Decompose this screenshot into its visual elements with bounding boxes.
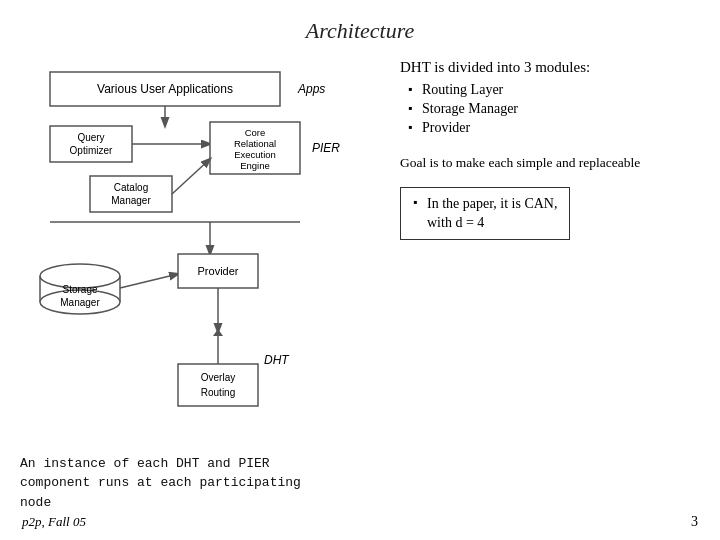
various-user-apps-label: Various User Applications xyxy=(97,82,233,96)
query-optimizer-label: Query xyxy=(77,132,104,143)
architecture-diagram: Various User Applications Apps Query Opt… xyxy=(20,54,390,434)
core-relational-label4: Engine xyxy=(240,160,270,171)
dht-title: DHT is divided into 3 modules: xyxy=(400,59,700,76)
goal-text: Goal is to make each simple and replacea… xyxy=(400,154,700,173)
pier-label: PIER xyxy=(312,141,340,155)
provider-label: Provider xyxy=(198,265,239,277)
page-title: Architecture xyxy=(0,18,720,44)
bullet-storage-manager: Storage Manager xyxy=(408,101,700,117)
bottom-instance-text: An instance of each DHT and PIER compone… xyxy=(20,454,301,513)
svg-marker-17 xyxy=(213,329,223,336)
storage-manager-label2: Manager xyxy=(60,297,100,308)
query-optimizer-label2: Optimizer xyxy=(70,145,113,156)
svg-rect-18 xyxy=(178,364,258,406)
bullet-provider: Provider xyxy=(408,120,700,136)
svg-line-13 xyxy=(120,274,178,288)
can-box: In the paper, it is CAN,with d = 4 xyxy=(400,187,570,240)
diagram-svg: Various User Applications Apps Query Opt… xyxy=(20,54,390,444)
dht-label: DHT xyxy=(264,353,290,367)
bullet-list: Routing Layer Storage Manager Provider xyxy=(408,82,700,136)
catalog-manager-label: Catalog xyxy=(114,182,148,193)
page-number: 3 xyxy=(691,514,698,530)
core-relational-label2: Relational xyxy=(234,138,276,149)
footnote: p2p, Fall 05 xyxy=(22,514,86,530)
svg-line-6 xyxy=(172,159,210,194)
core-relational-label3: Execution xyxy=(234,149,276,160)
right-text-panel: DHT is divided into 3 modules: Routing L… xyxy=(390,54,700,434)
overlay-routing-label: Overlay xyxy=(201,372,235,383)
catalog-manager-label2: Manager xyxy=(111,195,151,206)
core-relational-label: Core xyxy=(245,127,266,138)
overlay-routing-label2: Routing xyxy=(201,387,235,398)
storage-manager-label: Storage xyxy=(62,284,97,295)
apps-label: Apps xyxy=(297,82,325,96)
bullet-routing-layer: Routing Layer xyxy=(408,82,700,98)
can-text: In the paper, it is CAN,with d = 4 xyxy=(413,194,557,233)
